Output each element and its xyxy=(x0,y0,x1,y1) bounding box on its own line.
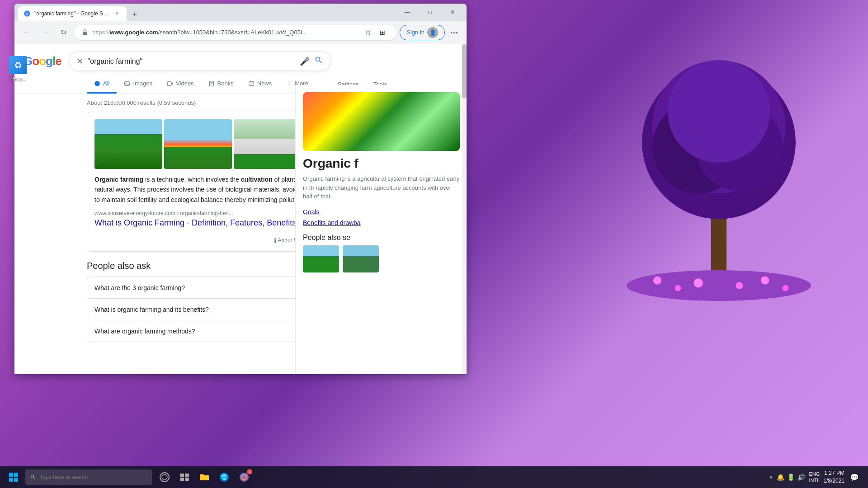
svg-point-22 xyxy=(675,285,681,291)
knowledge-panel-links: Goals Benefits and drawba xyxy=(303,208,460,226)
search-header: Google ✕ "organic farming" 🎤 xyxy=(14,44,467,71)
knowledge-panel-title: Organic f xyxy=(303,156,460,171)
search-box[interactable]: ✕ "organic farming" 🎤 xyxy=(69,52,331,71)
back-button[interactable]: ← xyxy=(20,25,34,40)
search-box-container: ✕ "organic farming" 🎤 xyxy=(69,52,331,71)
maximize-button[interactable]: □ xyxy=(420,5,440,19)
voice-search-button[interactable]: 🎤 xyxy=(300,56,310,66)
taskbar-search[interactable] xyxy=(25,469,152,485)
taskbar-search-icon xyxy=(30,474,36,480)
chrome-badge: 9 xyxy=(247,469,252,474)
more-dots-icon: ⋮ xyxy=(286,80,292,87)
taskbar-app-icons: 9 xyxy=(156,468,253,486)
close-button[interactable]: ✕ xyxy=(442,5,463,19)
battery-icon[interactable]: 🔋 xyxy=(787,474,795,481)
cortana-circle xyxy=(159,472,170,483)
clock[interactable]: 1:27 PM 1/8/2021 xyxy=(823,469,844,485)
network-icon[interactable]: 🔔 xyxy=(777,474,784,481)
tree-decoration xyxy=(606,9,832,316)
language-indicator[interactable]: ENGINTL xyxy=(809,471,820,484)
svg-point-18 xyxy=(696,104,783,191)
pas-item-2[interactable] xyxy=(343,245,379,272)
tab-videos[interactable]: Videos xyxy=(160,75,201,94)
bookmark-icon[interactable]: ⊞ xyxy=(376,26,389,39)
snippet-image-3 xyxy=(234,119,302,169)
pas-item-1[interactable] xyxy=(303,245,339,272)
start-button[interactable] xyxy=(4,467,24,487)
svg-point-31 xyxy=(160,473,169,482)
paa-question-text-2: What is organic farming and its benefits… xyxy=(94,306,209,313)
tab-news[interactable]: News xyxy=(241,75,279,94)
tab-close-button[interactable]: × xyxy=(113,9,121,18)
logo-letter-g2: g xyxy=(46,54,52,68)
tab-title: "organic farming" - Google Sea... xyxy=(34,10,109,17)
svg-point-23 xyxy=(693,278,703,287)
svg-rect-28 xyxy=(14,473,18,477)
url-icons: ☆ ⊞ xyxy=(362,26,389,39)
scrollbar-thumb[interactable] xyxy=(462,44,467,99)
recycle-label: Recy... xyxy=(10,76,25,81)
svg-text:G: G xyxy=(26,12,28,16)
notifications-button[interactable]: 💬 xyxy=(848,473,861,482)
chrome-icon[interactable]: 9 xyxy=(235,468,253,486)
tab-all[interactable]: All xyxy=(87,75,117,94)
search-input[interactable]: "organic farming" xyxy=(88,57,295,66)
videos-icon xyxy=(167,80,173,87)
right-panel: Organic f Organic farming is a agricultu… xyxy=(295,85,467,374)
tab-all-label: All xyxy=(103,80,109,87)
forward-button[interactable]: → xyxy=(38,25,52,40)
people-also-search-section xyxy=(303,245,460,272)
date-display: 1/8/2021 xyxy=(823,477,844,485)
snippet-bold-1: Organic farming xyxy=(94,176,143,183)
active-tab[interactable]: G "organic farming" - Google Sea... × xyxy=(18,6,127,21)
clear-search-button[interactable]: ✕ xyxy=(76,56,83,66)
tab-books[interactable]: Books xyxy=(201,75,241,94)
svg-rect-14 xyxy=(711,204,726,296)
refresh-button[interactable]: ↻ xyxy=(56,25,71,40)
sign-in-label: Sign in xyxy=(406,29,425,36)
tab-videos-label: Videos xyxy=(176,80,194,87)
knowledge-panel-image xyxy=(303,92,460,151)
svg-point-3 xyxy=(94,81,100,86)
panel-link-goals[interactable]: Goals xyxy=(303,208,460,216)
window-controls: — □ ✕ xyxy=(397,5,463,19)
folder-icon xyxy=(198,471,210,483)
images-icon xyxy=(124,80,130,87)
system-tray: ∧ 🔔 🔋 🔊 ENGINTL 1:27 PM 1/8/2021 💬 xyxy=(769,469,864,485)
tab-books-label: Books xyxy=(217,80,234,87)
svg-point-16 xyxy=(652,60,786,193)
volume-icon[interactable]: 🔊 xyxy=(797,474,805,481)
scrollbar-track[interactable] xyxy=(462,44,467,374)
file-explorer-icon[interactable] xyxy=(195,468,213,486)
sign-in-button[interactable]: Sign in 👤 xyxy=(400,25,445,40)
tray-overflow-button[interactable]: ∧ xyxy=(769,474,773,480)
chrome-window: G "organic farming" - Google Sea... × + … xyxy=(14,4,467,374)
new-tab-button[interactable]: + xyxy=(128,8,141,21)
pas-image-1 xyxy=(303,245,339,272)
profile-icon: 👤 xyxy=(427,27,438,38)
news-icon xyxy=(248,80,255,87)
taskbar-search-input[interactable] xyxy=(40,474,130,480)
tray-icons: 🔔 🔋 🔊 xyxy=(777,474,805,481)
search-button[interactable] xyxy=(314,56,323,67)
svg-rect-36 xyxy=(185,478,189,481)
svg-point-20 xyxy=(627,270,811,301)
paa-question-text-3: What are organic farming methods? xyxy=(94,328,195,335)
panel-link-benefits[interactable]: Benefits and drawba xyxy=(303,219,460,226)
cortana-icon[interactable] xyxy=(156,468,174,486)
svg-point-21 xyxy=(653,277,661,285)
tab-images[interactable]: Images xyxy=(117,75,160,94)
edge-browser-icon[interactable] xyxy=(215,468,233,486)
svg-rect-6 xyxy=(167,81,171,85)
task-view-icon[interactable] xyxy=(175,468,193,486)
svg-point-25 xyxy=(761,277,769,285)
title-bar: G "organic farming" - Google Sea... × + … xyxy=(14,4,467,21)
desktop-icon-recycle[interactable]: ♻ Recy... xyxy=(0,54,36,83)
snippet-link[interactable]: What is Organic Farming - Definition, Fe… xyxy=(94,218,305,227)
url-bar[interactable]: https://www.google.com/search?biw=1050&b… xyxy=(74,25,396,40)
minimize-button[interactable]: — xyxy=(397,5,418,19)
svg-rect-2 xyxy=(83,32,87,35)
more-options-button[interactable]: ⋯ xyxy=(447,25,461,40)
star-icon[interactable]: ☆ xyxy=(362,26,374,39)
svg-rect-29 xyxy=(9,478,13,482)
